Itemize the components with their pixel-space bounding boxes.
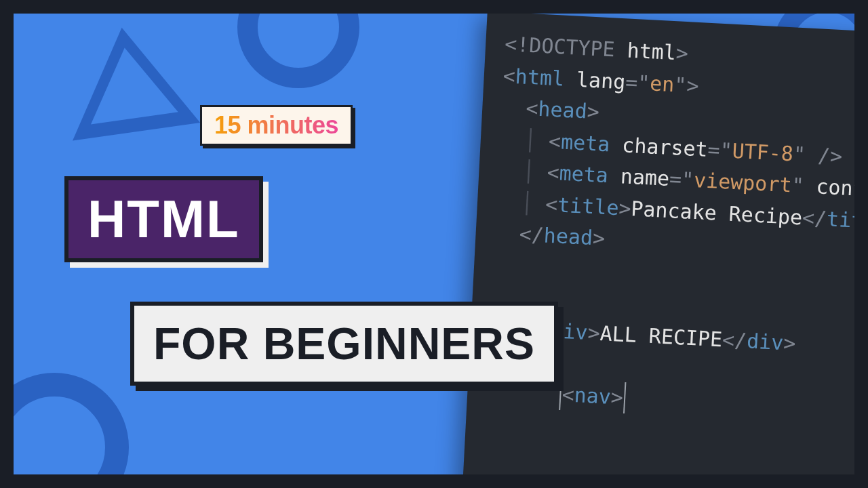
text-cursor: <nav> — [559, 379, 627, 413]
decor-circle-top — [237, 14, 359, 88]
title-badge: HTML — [64, 176, 263, 262]
time-badge: 15 minutes — [200, 105, 353, 146]
time-badge-text: 15 minutes — [214, 111, 338, 139]
subtitle-badge: FOR BEGINNERS — [130, 302, 558, 386]
decor-triangle — [69, 26, 189, 129]
code-editor: <!DOCTYPE html> <html lang="en"> <head> … — [462, 14, 854, 474]
decor-circle-bottom — [14, 373, 129, 474]
